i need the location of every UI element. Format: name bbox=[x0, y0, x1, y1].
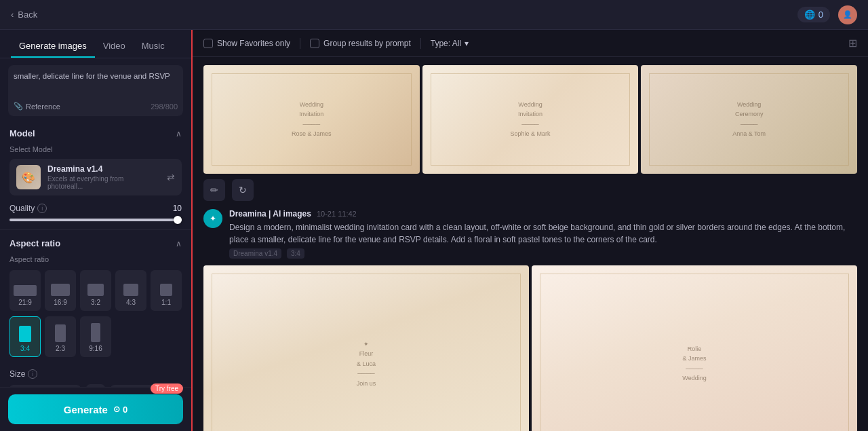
generate-button[interactable]: Generate ⊙ 0 bbox=[8, 394, 183, 424]
ratio-btn-21-9[interactable]: 21:9 bbox=[9, 270, 41, 311]
ratio-shape-4-3 bbox=[123, 284, 138, 296]
ratio-label-2-3: 2:3 bbox=[56, 345, 65, 352]
ratio-shape-2-3 bbox=[55, 324, 66, 342]
filters-bar: Show Favorites only Group results by pro… bbox=[193, 30, 868, 57]
favorites-checkbox[interactable] bbox=[203, 39, 213, 48]
ratio-label-9-16: 9:16 bbox=[89, 345, 102, 352]
regenerate-button-1[interactable]: ↻ bbox=[232, 179, 254, 201]
right-panel: Show Favorites only Group results by pro… bbox=[193, 30, 868, 431]
image-1[interactable]: WeddingInvitation────Rose & James bbox=[203, 65, 420, 174]
image-5[interactable]: Rolie& James────Wedding bbox=[532, 265, 857, 431]
quality-slider-thumb bbox=[174, 216, 182, 224]
quality-value: 10 bbox=[173, 204, 182, 213]
model-info: Dreamina v1.4 Excels at everything from … bbox=[47, 164, 160, 190]
image-2[interactable]: WeddingInvitation────Sophie & Mark bbox=[422, 65, 639, 174]
avatar: 👤 bbox=[838, 5, 857, 24]
topbar-right: 🌐 0 👤 bbox=[797, 5, 857, 24]
ratio-btn-9-16[interactable]: 9:16 bbox=[80, 316, 111, 357]
model-section: Model ∧ Select Model 🎨 Dreamina v1.4 Exc… bbox=[0, 120, 191, 230]
main-layout: Generate images Video Music smaller, del… bbox=[0, 30, 868, 431]
action-row-1: ✏ ↻ bbox=[203, 179, 857, 201]
aspect-ratio-title: Aspect ratio bbox=[9, 238, 60, 248]
ratio-shape-16-9 bbox=[51, 284, 70, 296]
select-model-label: Select Model bbox=[9, 145, 182, 153]
edit-button-1[interactable]: ✏ bbox=[203, 179, 225, 201]
filter-separator-1 bbox=[300, 38, 300, 49]
model-tag: Dreamina v1.4 bbox=[229, 248, 281, 259]
model-avatar: 🎨 bbox=[16, 165, 41, 189]
ratio-shape-1-1 bbox=[160, 284, 172, 296]
prompt-text[interactable]: smaller, delicate line for the venue and… bbox=[14, 71, 178, 98]
aspect-ratio-grid-row1: 21:9 16:9 3:2 4:3 bbox=[9, 270, 182, 311]
image-3[interactable]: WeddingCeremony────Anna & Tom bbox=[641, 65, 857, 174]
message-row: ✦ Dreamina | AI images 10-21 11:42 Desig… bbox=[203, 209, 857, 259]
chevron-down-icon: ▾ bbox=[465, 39, 469, 48]
ratio-label-3-2: 3:2 bbox=[91, 299, 100, 306]
reference-button[interactable]: 📎 Reference bbox=[14, 102, 60, 111]
ratio-btn-4-3[interactable]: 4:3 bbox=[115, 270, 146, 311]
ai-avatar: ✦ bbox=[203, 209, 222, 228]
char-count: 298/800 bbox=[151, 102, 178, 111]
avatar-initials: 👤 bbox=[843, 10, 852, 19]
bottom-image-grid: ✦Fleur& Luca────Join us Rolie& James────… bbox=[203, 265, 857, 431]
prompt-bottom: 📎 Reference 298/800 bbox=[14, 102, 178, 111]
aspect-section-header: Aspect ratio ∧ bbox=[9, 238, 182, 248]
model-name: Dreamina v1.4 bbox=[47, 164, 160, 174]
aspect-chevron-icon[interactable]: ∧ bbox=[176, 239, 182, 248]
type-filter-dropdown[interactable]: Type: All ▾ bbox=[431, 39, 469, 48]
show-favorites-filter[interactable]: Show Favorites only bbox=[203, 39, 290, 48]
image-4[interactable]: ✦Fleur& Luca────Join us bbox=[203, 265, 529, 431]
back-arrow-icon: ‹ bbox=[11, 10, 14, 20]
tab-generate-images[interactable]: Generate images bbox=[11, 37, 95, 58]
ratio-btn-3-4[interactable]: 3:4 bbox=[9, 316, 41, 357]
reference-icon: 📎 bbox=[14, 102, 23, 111]
ratio-label-16-9: 16:9 bbox=[54, 299, 66, 306]
aspect-ratio-label: Aspect ratio bbox=[9, 255, 182, 263]
prompt-area: smaller, delicate line for the venue and… bbox=[8, 65, 183, 116]
ratio-label-4-3: 4:3 bbox=[126, 299, 136, 306]
model-desc: Excels at everything from photoreall... bbox=[47, 175, 160, 190]
size-info-icon: i bbox=[28, 369, 37, 379]
ratio-btn-2-3[interactable]: 2:3 bbox=[45, 316, 76, 357]
group-checkbox[interactable] bbox=[310, 39, 319, 48]
globe-icon: 🌐 bbox=[804, 10, 815, 20]
panel-scroll: Model ∧ Select Model 🎨 Dreamina v1.4 Exc… bbox=[0, 120, 191, 387]
ratio-shape-9-16 bbox=[91, 323, 100, 342]
message-content: Dreamina | AI images 10-21 11:42 Design … bbox=[229, 209, 857, 259]
quality-slider[interactable] bbox=[9, 219, 182, 221]
ratio-label-21-9: 21:9 bbox=[18, 299, 31, 306]
model-section-header: Model ∧ bbox=[9, 128, 182, 138]
message-author: Dreamina | AI images bbox=[229, 209, 311, 219]
ratio-btn-16-9[interactable]: 16:9 bbox=[45, 270, 76, 311]
content-area: WeddingInvitation────Rose & James Weddin… bbox=[193, 57, 868, 431]
generate-credits: ⊙ 0 bbox=[113, 405, 127, 415]
message-header: Dreamina | AI images 10-21 11:42 bbox=[229, 209, 857, 219]
generate-bar: Try free Generate ⊙ 0 bbox=[0, 387, 191, 431]
tab-video[interactable]: Video bbox=[95, 37, 134, 58]
ratio-shape-3-4 bbox=[19, 326, 31, 342]
aspect-ratio-grid-row2: 3:4 2:3 9:16 bbox=[9, 316, 182, 357]
group-results-filter[interactable]: Group results by prompt bbox=[310, 39, 411, 48]
quality-row: Quality i 10 bbox=[9, 204, 182, 213]
model-card[interactable]: 🎨 Dreamina v1.4 Excels at everything fro… bbox=[9, 159, 182, 195]
back-button[interactable]: ‹ Back bbox=[11, 10, 37, 20]
message-time: 10-21 11:42 bbox=[317, 210, 357, 218]
ratio-label-1-1: 1:1 bbox=[161, 299, 171, 306]
topbar: ‹ Back 🌐 0 👤 bbox=[0, 0, 868, 30]
model-section-title: Model bbox=[9, 128, 35, 138]
quality-label: Quality i bbox=[9, 204, 47, 213]
try-free-badge: Try free bbox=[151, 383, 183, 394]
message-text: Design a modern, minimalist wedding invi… bbox=[229, 221, 857, 246]
quality-info-icon: i bbox=[37, 204, 47, 213]
credits-value: 0 bbox=[818, 10, 823, 20]
layout-icon[interactable]: ⊞ bbox=[848, 37, 857, 50]
tab-music[interactable]: Music bbox=[134, 37, 173, 58]
ai-avatar-icon: ✦ bbox=[210, 214, 216, 223]
quality-slider-fill bbox=[9, 219, 182, 221]
ratio-btn-3-2[interactable]: 3:2 bbox=[80, 270, 111, 311]
model-switch-icon[interactable]: ⇄ bbox=[167, 172, 175, 183]
ratio-btn-1-1[interactable]: 1:1 bbox=[151, 270, 182, 311]
back-label: Back bbox=[18, 10, 37, 20]
left-panel: Generate images Video Music smaller, del… bbox=[0, 30, 193, 431]
model-chevron-icon[interactable]: ∧ bbox=[176, 129, 182, 138]
